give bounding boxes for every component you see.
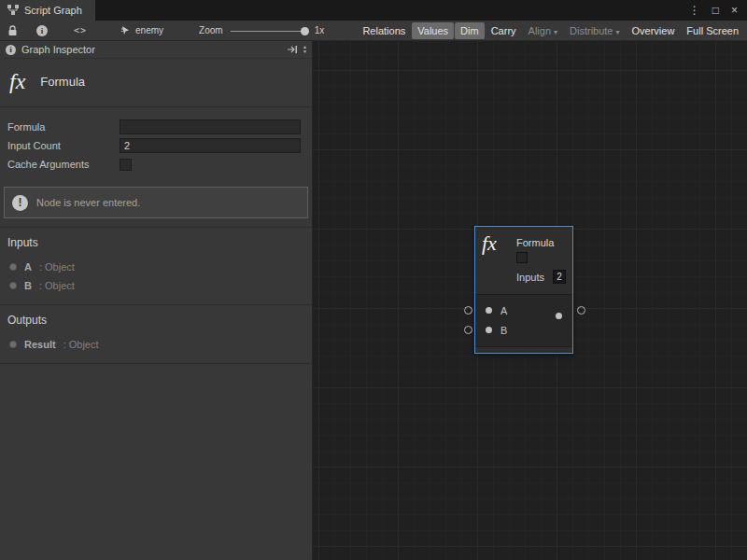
input-count-input[interactable] — [120, 138, 301, 153]
external-port-result[interactable] — [577, 306, 585, 315]
list-item-input-a: A : Object — [7, 258, 304, 276]
script-graph-window: Script Graph ⋮ □ × i <> enemy Zoom 1x Re… — [0, 0, 747, 560]
values-button[interactable]: Values — [412, 22, 454, 39]
relations-button[interactable]: Relations — [357, 22, 411, 39]
outputs-section: Outputs Result : Object — [0, 304, 312, 364]
node-inputs-label: Inputs — [516, 272, 544, 283]
port-name: B — [24, 280, 32, 291]
window-controls: ⋮ □ × — [689, 0, 747, 21]
input-port-a[interactable] — [486, 307, 492, 314]
zoom-label: Zoom — [199, 25, 223, 35]
graph-inspector-panel: i Graph Inspector ▲ ▼ fx Formula — [0, 41, 313, 560]
carry-button[interactable]: Carry — [486, 22, 522, 39]
inputs-section: Inputs A : Object B : Object — [0, 227, 312, 304]
dim-button[interactable]: Dim — [455, 22, 485, 39]
external-port-a[interactable] — [464, 306, 472, 315]
full-screen-button[interactable]: Full Screen — [681, 22, 744, 39]
formula-field-label: Formula — [7, 121, 120, 133]
tab-bar: Script Graph ⋮ □ × — [0, 0, 747, 21]
info-icon[interactable]: i — [36, 25, 48, 36]
inspector-header-controls: ▲ ▼ — [287, 45, 307, 54]
port-b-label: B — [500, 325, 507, 336]
formula-field-row: Formula — [7, 118, 301, 136]
graph-toolbar: i <> enemy Zoom 1x Relations Values Dim … — [0, 21, 747, 41]
graph-inspector-title: Graph Inspector — [21, 44, 95, 55]
lock-icon[interactable] — [7, 25, 18, 36]
cursor-icon — [120, 25, 131, 35]
code-icon[interactable]: <> — [74, 25, 87, 35]
port-dot-icon — [9, 341, 17, 348]
distribute-dropdown[interactable]: Distribute▾ — [564, 22, 625, 39]
warning-banner: ! Node is never entered. — [4, 187, 308, 218]
tab-title: Script Graph — [24, 5, 82, 16]
zoom-value: 1x — [315, 25, 325, 35]
warning-text: Node is never entered. — [36, 197, 140, 208]
distribute-label: Distribute — [570, 25, 613, 36]
chevron-down-icon: ▾ — [616, 28, 620, 36]
script-graph-icon — [7, 5, 19, 16]
input-port-b[interactable] — [486, 327, 492, 333]
window-menu-icon[interactable]: ⋮ — [689, 4, 700, 17]
port-type: : Object — [39, 261, 75, 273]
port-dot-icon — [9, 282, 17, 289]
port-row-a: A — [475, 301, 572, 320]
port-type: : Object — [63, 339, 99, 350]
node-formula-checkbox[interactable] — [516, 252, 528, 263]
warning-icon: ! — [12, 195, 28, 211]
port-dot-icon — [9, 263, 17, 271]
input-count-field-label: Input Count — [7, 140, 120, 151]
cache-arguments-label: Cache Arguments — [7, 159, 120, 170]
port-name: A — [24, 261, 32, 273]
toolbar-buttons: Relations Values Dim Carry Align▾ Distri… — [357, 22, 747, 39]
formula-node[interactable]: fx Formula Inputs 2 A B — [474, 226, 573, 354]
node-title: Formula — [516, 237, 554, 248]
info-icon: i — [6, 45, 16, 55]
zoom-slider-knob[interactable] — [301, 27, 309, 35]
target-label: enemy — [135, 25, 163, 35]
inspected-node-title-row: fx Formula — [0, 59, 312, 106]
formula-fx-icon: fx — [9, 69, 25, 94]
list-item-input-b: B : Object — [7, 276, 304, 295]
port-name: Result — [24, 339, 56, 350]
node-inputs-count-field[interactable]: 2 — [553, 270, 566, 284]
cache-arguments-checkbox[interactable] — [120, 159, 132, 171]
maximize-icon[interactable]: □ — [712, 4, 719, 17]
graph-canvas[interactable]: fx Formula Inputs 2 A B — [313, 41, 747, 560]
cache-arguments-field-row: Cache Arguments — [7, 155, 301, 174]
input-count-field-row: Input Count — [7, 136, 301, 155]
close-icon[interactable]: × — [731, 4, 738, 17]
inspector-fields: Formula Input Count Cache Arguments — [0, 107, 312, 177]
formula-fx-icon: fx — [482, 231, 497, 256]
align-label: Align — [529, 25, 551, 36]
chevron-down-icon: ▾ — [554, 28, 557, 36]
list-item-output-result: Result : Object — [7, 335, 304, 354]
port-row-b: B — [475, 320, 572, 340]
outputs-header: Outputs — [7, 314, 304, 327]
align-dropdown[interactable]: Align▾ — [523, 22, 563, 39]
port-a-label: A — [500, 305, 507, 316]
tab-script-graph[interactable]: Script Graph — [0, 0, 95, 21]
overview-button[interactable]: Overview — [627, 22, 681, 39]
dock-panel-icon[interactable] — [287, 45, 298, 54]
scroll-down-icon[interactable]: ▼ — [303, 49, 307, 54]
output-port-result[interactable] — [556, 313, 562, 319]
panel-scroll-buttons[interactable]: ▲ ▼ — [303, 45, 307, 54]
node-ports-area: A B — [475, 294, 572, 347]
main-area: i Graph Inspector ▲ ▼ fx Formula — [0, 41, 747, 560]
graph-inspector-header: i Graph Inspector ▲ ▼ — [0, 41, 312, 59]
port-type: : Object — [39, 280, 75, 291]
formula-input[interactable] — [120, 119, 301, 134]
zoom-slider[interactable] — [231, 24, 309, 37]
inspected-node-title: Formula — [40, 75, 85, 89]
external-port-b[interactable] — [464, 326, 472, 334]
inputs-header: Inputs — [7, 236, 304, 249]
graph-target[interactable]: enemy — [120, 25, 163, 35]
zoom-slider-track — [231, 31, 309, 32]
